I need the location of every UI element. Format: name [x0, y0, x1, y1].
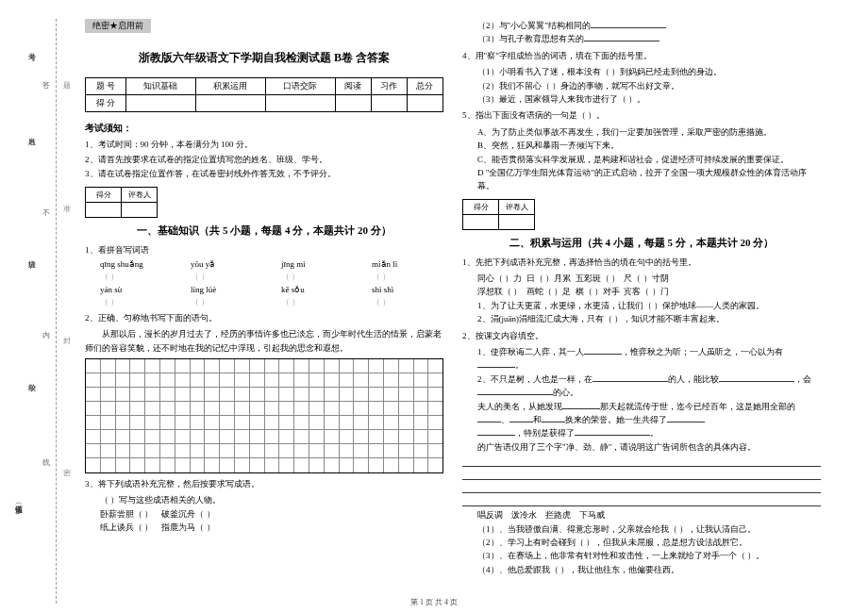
part-score-box: 得分评卷人 — [85, 187, 158, 218]
td: 得 分 — [86, 95, 126, 112]
th: 习作 — [371, 78, 407, 95]
note-item: 2、请首先按要求在试卷的指定位置填写您的姓名、班级、学号。 — [85, 154, 443, 167]
note-item: 1、考试时间：90 分钟，本卷满分为 100 分。 — [85, 139, 443, 152]
p2q2: 2、按课文内容填空。 — [462, 329, 821, 342]
part1-title: 一、基础知识（共 5 小题，每题 4 分，本题共计 20 分） — [85, 224, 443, 238]
secret-label: 绝密★启用前 — [85, 19, 151, 33]
seal-char: 答 — [42, 80, 50, 91]
seal-char: 线 — [42, 457, 50, 468]
q4: 4、用"察"字组成恰当的词语，填在下面的括号里。 — [462, 49, 821, 62]
q1: 1、看拼音写词语 — [85, 243, 443, 257]
notes-title: 考试须知： — [85, 122, 443, 135]
pinyin-row: yán sùlíng lüèkě sǒushì shì — [100, 285, 443, 294]
column-right: （2）与"小心翼翼"结构相同的 （3）与孔子教育思想有关的 4、用"察"字组成恰… — [453, 19, 830, 604]
th: 总分 — [407, 78, 442, 95]
q2-text: 从那以后，漫长的岁月过去了，经历的事情许多也已淡忘，而少年时代生活的情景，启蒙老… — [85, 327, 443, 355]
page-footer: 第 1 页 共 4 页 — [0, 597, 868, 607]
answer-line — [462, 495, 821, 506]
q2: 2、正确、匀称地书写下面的语句。 — [85, 311, 443, 324]
seal-char: 不 — [42, 207, 50, 218]
paper-title: 浙教版六年级语文下学期自我检测试题 B卷 含答案 — [85, 50, 443, 66]
th: 口语交际 — [265, 78, 335, 95]
note-item: 3、请在试卷指定位置作答，在试卷密封线外作答无效，不予评分。 — [85, 168, 443, 181]
q5: 5、指出下面没有语病的一句是（ ）。 — [462, 108, 821, 122]
answer-line — [462, 482, 821, 493]
part2-title: 二、积累与运用（共 4 小题，每题 5 分，本题共计 20 分） — [462, 236, 821, 250]
pinyin-row: qīng shuǎngyōu yǎjīng mìmiǎn lì — [100, 259, 443, 269]
answer-line — [462, 456, 821, 467]
th: 积累运用 — [195, 78, 265, 95]
binding-column: 考号 姓名 班级 学校 乡镇（街道） 答 不 内 线 — [5, 19, 57, 604]
column-left: 绝密★启用前 浙教版六年级语文下学期自我检测试题 B卷 含答案 题 号 知识基础… — [75, 19, 453, 604]
q3-sub: （ ）写与这些成语相关的人物。 — [100, 493, 443, 506]
q3: 3、将下列成语补充完整，然后按要求写成语。 — [85, 477, 443, 490]
gutter: 题 准 封 密 — [57, 19, 75, 604]
th: 题 号 — [86, 78, 126, 95]
answer-line — [462, 469, 821, 480]
score-table: 题 号 知识基础 积累运用 口语交际 阅读 习作 总分 得 分 — [85, 77, 443, 112]
part-score-box: 得分评卷人 — [462, 199, 535, 230]
writing-grid — [85, 358, 443, 473]
p2q1: 1、先把下列成语补充完整，再选择恰当的填在句中的括号里。 — [462, 256, 821, 269]
th: 阅读 — [335, 78, 371, 95]
th: 知识基础 — [125, 78, 195, 95]
seal-char: 内 — [42, 330, 50, 340]
notes-list: 1、考试时间：90 分钟，本卷满分为 100 分。 2、请首先按要求在试卷的指定… — [85, 139, 443, 181]
